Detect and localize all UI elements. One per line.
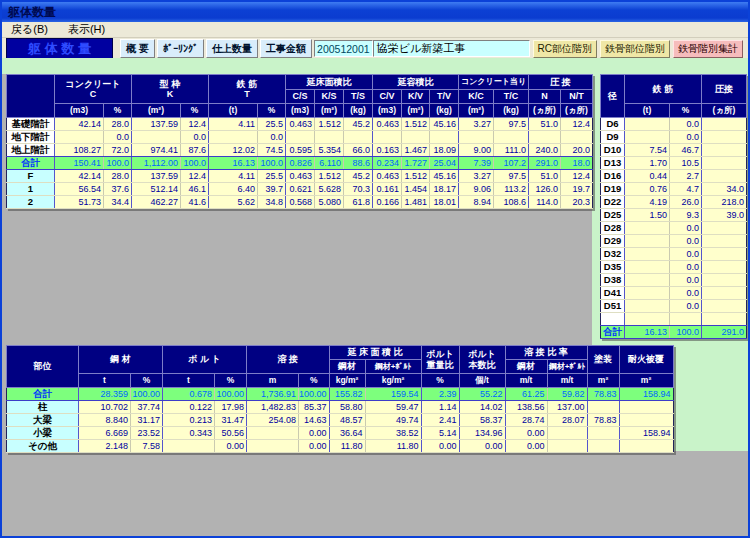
unit-header: 個/t [459,374,505,388]
table-row [601,313,747,326]
row-label: 柱 [7,401,79,414]
cell: 100.00 [299,388,330,401]
cell [702,274,747,287]
overview-button[interactable]: 概 要 [120,39,155,58]
sub-header: K/S [315,90,344,104]
cell: 0.122 [163,401,215,414]
cell: 0.568 [286,196,315,209]
cell: 48.57 [329,414,365,427]
cell: 0.0 [670,235,702,248]
cell: 8.840 [79,414,131,427]
cell: 23.52 [131,427,163,440]
project-name-field[interactable]: 協栄ビル新築工事 [373,40,530,57]
cell: 4.11 [209,170,258,183]
unit-header: m/t [547,374,587,388]
unit-header: kg/m² [365,374,421,388]
menu-view[interactable]: 表示(H) [68,22,105,37]
sub-header: 鋼材+ﾎﾞﾙﾄ [547,360,587,374]
cell: 0.0 [670,274,702,287]
unit-header: (kg) [494,104,529,118]
cell [247,440,299,453]
window-title: 躯体数量 [8,4,56,21]
cell [625,248,670,261]
cell: 0.595 [286,144,315,157]
cell: 12.4 [561,170,593,183]
table-row: D190.764.734.0 [601,183,747,196]
cell: 25.5 [258,170,286,183]
cell: 100.0 [670,326,702,339]
cell: 7.39 [459,157,494,170]
cell: 1.512 [315,170,344,183]
cell: 39.7 [258,183,286,196]
title-bar[interactable]: 躯体数量 [2,2,748,22]
cell: 34.8 [258,196,286,209]
menu-back[interactable]: 戻る(B) [11,22,48,37]
table-row: D350.0 [601,261,747,274]
cell [702,300,747,313]
cell: 14.02 [459,401,505,414]
cell: 0.166 [373,196,402,209]
unit-header: % [421,374,459,388]
cell: 1,482.83 [247,401,299,414]
cell: 28.359 [79,388,131,401]
cell: 0.343 [163,427,215,440]
cell: 0.00 [299,440,330,453]
cell [247,427,299,440]
cell: 1.481 [402,196,430,209]
cell: 1.727 [402,157,430,170]
client-area: コンクリートC 型 枠K 鉄 筋T 延床面積比 延容積比 コンクリート当り 圧 … [2,58,748,536]
cell: 5.628 [315,183,344,196]
cell: 6.110 [315,157,344,170]
cell: 7.54 [625,144,670,157]
project-code-field[interactable]: 200512001 [314,40,373,57]
per-concrete-header: コンクリート当り [459,75,529,90]
cell: 97.5 [494,170,529,183]
row-label: D32 [601,248,625,261]
cell [587,427,619,440]
cell [702,235,747,248]
cell [430,131,459,144]
row-label: 基礎階計 [7,118,55,131]
cell: 16.13 [625,326,670,339]
table-row: 小梁6.66923.520.34350.560.0036.6438.525.14… [7,427,674,440]
cell: 41.6 [181,196,209,209]
cell: 14.63 [299,414,330,427]
cell: 17.98 [215,401,247,414]
rc-by-floor-button[interactable]: RC部位階別 [533,40,597,58]
cell: 16.13 [209,157,258,170]
table-row: その他2.1487.580.000.0011.8011.800.000.000.… [7,440,674,453]
cell: 0.0 [670,261,702,274]
unit-header: (kg) [344,104,373,118]
sub-header: T/S [344,90,373,104]
construction-cost-button[interactable]: 工事金額 [260,39,312,58]
cell: 0.463 [286,170,315,183]
table-row: D107.5446.7 [601,144,747,157]
table-row: D60.0 [601,118,747,131]
boring-button[interactable]: ﾎﾞｰﾘﾝｸﾞ [157,39,204,58]
fireproof-header: 耐火被覆 [619,346,673,374]
steel-floor-summary-button[interactable]: 鉄骨階別集計 [673,40,743,58]
row-label: D9 [601,131,625,144]
unit-header: (t) [209,104,258,118]
cell [547,440,587,453]
cell: 49.74 [365,414,421,427]
table-row: D280.0 [601,222,747,235]
finish-quantity-button[interactable]: 仕上数量 [206,39,258,58]
unit-header: (m²) [315,104,344,118]
cell [286,131,315,144]
row-label: D10 [601,144,625,157]
row-label: D19 [601,183,625,196]
cell: 108.6 [494,196,529,209]
cell: 1.50 [625,209,670,222]
cell: 5.14 [421,427,459,440]
table-row: D160.442.7 [601,170,747,183]
bolt-count-ratio-header: ボルト本数比 [459,346,505,374]
cell: 85.37 [299,401,330,414]
cell: 158.94 [619,427,673,440]
cell: 2.7 [670,170,702,183]
cell: 70.3 [344,183,373,196]
unit-header: % [215,374,247,388]
row-label: D28 [601,222,625,235]
steel-by-floor-button[interactable]: 鉄骨部位階別 [600,40,670,58]
cell: 42.14 [55,118,104,131]
